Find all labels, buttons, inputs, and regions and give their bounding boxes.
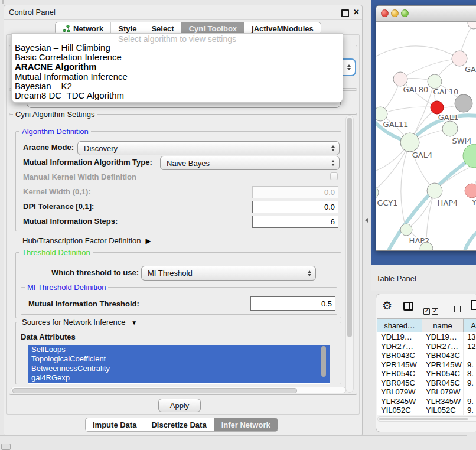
network-node-swi4[interactable] (442, 121, 458, 136)
network-node-hap2[interactable] (400, 224, 412, 236)
network-window-titlebar[interactable] (376, 6, 476, 22)
algorithm-option-bayesian-hill-climbing[interactable]: Bayesian – Hill Climbing (12, 43, 343, 53)
kernel-width-field[interactable]: 0.0 (252, 186, 338, 198)
network-node-gal4[interactable] (400, 133, 419, 152)
table-row[interactable]: YBR043CYBR043C (377, 351, 476, 360)
network-node-gal10[interactable] (428, 74, 442, 89)
network-canvas[interactable]: GALGAL80GAL10GAL1GAL11SWI4GAL4GCY1HAP4YH… (376, 22, 476, 251)
attribute-item-selfloops[interactable]: SelfLoops (28, 345, 330, 354)
attribute-item-gal4rgexp[interactable]: gal4RGexp (28, 373, 330, 383)
tab-network[interactable]: Network (56, 22, 110, 34)
node-label: GAL10 (433, 87, 459, 96)
tab-infer-network[interactable]: Infer Network (214, 418, 278, 431)
mi-type-combo[interactable]: Naive Bayes (160, 156, 340, 170)
minimize-traffic-light-icon[interactable] (391, 9, 399, 17)
network-edge[interactable] (376, 46, 459, 58)
gear-icon[interactable]: ⚙ (382, 299, 392, 312)
table-horizontal-scrollbar[interactable] (377, 416, 476, 422)
float-window-icon[interactable] (341, 9, 349, 17)
select-all-columns-icon[interactable]: ✓✓ (423, 304, 440, 315)
panel-divider-grip[interactable] (365, 218, 368, 223)
algorithm-option-basic-correlation-inference[interactable]: Basic Correlation Inference (12, 53, 343, 62)
table-row[interactable]: YIL052CYIL052C9. (377, 406, 476, 415)
algorithm-option-dream8-dc-tdc-algorithm[interactable]: Dream8 DC_TDC Algorithm (12, 91, 343, 100)
columns-icon[interactable] (403, 302, 413, 311)
table-row[interactable]: YPR145WYPR145W9. (377, 360, 476, 370)
dpi-tolerance-field[interactable]: 0.0 (252, 201, 338, 213)
tab-select[interactable]: Select (144, 22, 181, 34)
table-cell: YBR045C (377, 379, 422, 388)
attribute-item-betweennesscentrality[interactable]: BetweennessCentrality (28, 364, 330, 373)
column-header-shared[interactable]: shared… (377, 319, 422, 332)
algorithm-option-mutual-information-inference[interactable]: Mutual Information Inference (12, 72, 343, 81)
mi-type-value: Naive Bayes (167, 159, 210, 168)
close-icon[interactable]: ✕ (353, 8, 360, 17)
sources-group: Sources for Network Inference ▼ Data Att… (15, 322, 341, 384)
tab-label: Network (73, 24, 103, 33)
algorithm-option-bayesian-k2[interactable]: Bayesian – K2 (12, 81, 343, 91)
close-traffic-light-icon[interactable] (381, 9, 389, 17)
attribute-item-topologicalcoefficient[interactable]: TopologicalCoefficient (28, 354, 330, 364)
hub-transcription-factor-expander[interactable]: Hub/Transcription Factor Definition ▶ (22, 236, 151, 245)
tab-style[interactable]: Style (110, 22, 144, 34)
network-node-gal80[interactable] (393, 72, 407, 86)
network-edge[interactable] (380, 107, 437, 114)
table-row[interactable]: YDL19…YDL19…13 (377, 332, 476, 342)
unchecked-box-icon (454, 306, 461, 312)
network-edge[interactable] (464, 229, 476, 251)
network-node-gal11[interactable] (376, 107, 387, 121)
collapse-down-icon[interactable]: ▼ (131, 319, 137, 326)
tab-label: jActiveMNodules (252, 24, 314, 33)
tab-cyni-toolbox[interactable]: Cyni Toolbox (181, 22, 244, 34)
table-header-row: shared…nameA (377, 319, 476, 332)
column-header-a[interactable]: A (464, 319, 476, 332)
aracne-mode-label: Aracne Mode: (23, 143, 74, 152)
table-cell: YLR345W (422, 397, 464, 406)
checked-box-icon: ✓ (423, 308, 430, 315)
table-cell: 9. (464, 406, 476, 415)
settings-horizontal-scrollbar[interactable] (11, 387, 346, 393)
table-row[interactable]: YBL079WYBL079W (377, 387, 476, 397)
network-node-gray-node[interactable] (455, 94, 472, 112)
bottom-left-mini-button[interactable] (1, 444, 11, 450)
aracne-mode-combo[interactable]: Discovery (77, 141, 340, 155)
deselect-all-columns-icon[interactable] (446, 304, 462, 315)
document-icon[interactable] (471, 300, 476, 310)
network-node-hap4[interactable] (427, 183, 442, 198)
table-row[interactable]: YLR345WYLR345W9. (377, 397, 476, 406)
desktop-background: GALGAL80GAL10GAL1GAL11SWI4GAL4GCY1HAP4YH… (371, 0, 476, 265)
table-cell: YBL079W (422, 387, 464, 397)
zoom-traffic-light-icon[interactable] (401, 9, 409, 17)
mi-threshold-field[interactable]: 0.5 (250, 296, 335, 311)
table-panel-title: Table Panel (376, 274, 416, 283)
network-view-window[interactable]: GALGAL80GAL10GAL1GAL11SWI4GAL4GCY1HAP4YH… (376, 5, 476, 251)
settings-vertical-scrollbar[interactable] (345, 115, 354, 393)
table-row[interactable]: YDR27…YDR27…12 (377, 342, 476, 351)
tab-discretize-data[interactable]: Discretize Data (144, 418, 213, 431)
network-node-n-top[interactable] (468, 22, 476, 29)
tab-jactivemnodules[interactable]: jActiveMNodules (244, 22, 321, 34)
table-row[interactable]: YBR045CYBR045C9. (377, 379, 476, 388)
table-cell: 13 (464, 332, 476, 342)
attributes-list-scrollbar[interactable] (321, 346, 327, 381)
node-label: HAP4 (438, 198, 458, 207)
bottom-divider (0, 435, 467, 436)
network-edge[interactable] (386, 156, 475, 251)
table-cell (464, 351, 476, 360)
manual-kernel-label: Manual Kernel Width Definition (23, 172, 136, 181)
node-label: GCY1 (377, 198, 397, 207)
apply-button[interactable]: Apply (158, 399, 201, 412)
network-node-gal1[interactable] (431, 101, 444, 114)
network-node-gal[interactable] (452, 51, 467, 66)
tab-impute-data[interactable]: Impute Data (86, 418, 144, 431)
network-node-y[interactable] (465, 184, 476, 198)
algorithm-option-aracne-algorithm[interactable]: ARACNE Algorithm (12, 62, 343, 71)
column-header-name[interactable]: name (422, 319, 464, 332)
unchecked-box-icon (446, 306, 452, 312)
table-row[interactable]: YER054CYER054C8. (377, 369, 476, 379)
mi-threshold-group: MI Threshold Definition Mutual Informati… (21, 287, 337, 315)
manual-kernel-checkbox[interactable] (330, 172, 338, 180)
which-threshold-combo[interactable]: MI Threshold (141, 266, 316, 281)
data-attributes-label: Data Attributes (21, 332, 76, 341)
mi-steps-field[interactable]: 6 (252, 216, 338, 228)
